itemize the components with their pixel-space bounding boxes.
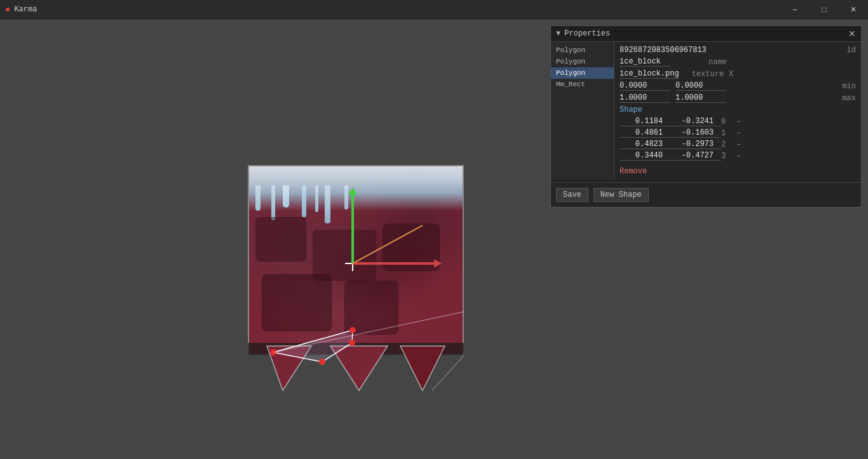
max-x-value[interactable]: 1.0000 bbox=[620, 93, 670, 103]
shape-idx-1: 1 bbox=[721, 129, 734, 138]
shape-row-2: 0.4823 -0.2973 2 – bbox=[620, 140, 856, 149]
id-label: id bbox=[847, 46, 856, 55]
panel-footer: Save New Shape bbox=[551, 182, 861, 207]
texture-row: ice_block.png texture X bbox=[620, 69, 856, 79]
max-y-value[interactable]: 1.0000 bbox=[675, 93, 726, 103]
rock5 bbox=[344, 281, 398, 335]
panel-collapse-icon[interactable]: ▼ bbox=[556, 29, 560, 38]
name-value[interactable]: ice_block bbox=[620, 57, 670, 67]
shape-remove-1[interactable]: – bbox=[736, 129, 741, 138]
shape-y-1[interactable]: -0.1603 bbox=[670, 128, 721, 138]
name-label: name bbox=[709, 58, 727, 67]
prop-content: 8926872083506967813 id ice_block name ic… bbox=[614, 42, 861, 180]
app-icon: ● bbox=[5, 4, 10, 15]
app-title: Karma bbox=[14, 5, 37, 14]
min-x-value[interactable]: 0.0000 bbox=[620, 81, 670, 91]
shape-y-0[interactable]: -0.3241 bbox=[670, 117, 721, 126]
panel-header-left: ▼ Properties bbox=[556, 29, 610, 38]
id-row: 8926872083506967813 id bbox=[620, 46, 856, 55]
object-item-0[interactable]: Polygon bbox=[551, 44, 614, 56]
sprite-bottom bbox=[248, 343, 464, 394]
remove-row: Remove bbox=[620, 164, 856, 176]
gizmo-red-tip bbox=[434, 259, 442, 268]
sprite-container[interactable] bbox=[248, 165, 467, 390]
object-list: Polygon Polygon Polygon Mm_Rect bbox=[551, 42, 614, 180]
remove-link[interactable]: Remove bbox=[620, 167, 647, 176]
shape-section-label: Shape bbox=[620, 105, 856, 114]
shape-y-2[interactable]: -0.2973 bbox=[670, 140, 721, 149]
object-item-3[interactable]: Mm_Rect bbox=[551, 79, 614, 90]
name-row: ice_block name bbox=[620, 57, 856, 67]
object-item-1[interactable]: Polygon bbox=[551, 56, 614, 67]
minimize-button[interactable]: – bbox=[780, 0, 810, 19]
titlebar: ● Karma – □ ✕ bbox=[0, 0, 868, 19]
rock4 bbox=[262, 274, 332, 331]
panel-body: Polygon Polygon Polygon Mm_Rect 89268720… bbox=[551, 42, 861, 180]
min-row: 0.0000 0.0000 min bbox=[620, 81, 856, 91]
window-controls: – □ ✕ bbox=[780, 0, 868, 19]
shape-x-0[interactable]: 0.1184 bbox=[620, 117, 670, 126]
panel-close-button[interactable]: ✕ bbox=[848, 29, 856, 39]
gizmo-red-shaft bbox=[353, 262, 435, 265]
main-area: ▼ Properties ✕ Polygon Polygon Polygon M… bbox=[0, 19, 868, 459]
shape-x-3[interactable]: 0.3440 bbox=[620, 151, 670, 161]
texture-clear-button[interactable]: X bbox=[729, 70, 733, 79]
texture-label: texture bbox=[692, 70, 724, 79]
panel-header: ▼ Properties ✕ bbox=[551, 26, 861, 42]
svg-marker-2 bbox=[330, 346, 388, 390]
rock2 bbox=[313, 230, 376, 281]
shape-x-2[interactable]: 0.4823 bbox=[620, 140, 670, 149]
shape-idx-3: 3 bbox=[721, 152, 734, 161]
rock1 bbox=[255, 217, 306, 262]
svg-marker-1 bbox=[267, 346, 311, 390]
min-label: min bbox=[842, 82, 856, 91]
shape-y-3[interactable]: -0.4727 bbox=[670, 151, 721, 161]
shape-idx-2: 2 bbox=[721, 140, 734, 149]
shape-idx-0: 0 bbox=[721, 117, 734, 126]
panel-title: Properties bbox=[564, 29, 610, 38]
shape-row-3: 0.3440 -0.4727 3 – bbox=[620, 151, 856, 161]
gizmo-green-shaft bbox=[351, 194, 354, 263]
bottom-svg bbox=[248, 343, 464, 394]
shape-remove-0[interactable]: – bbox=[736, 117, 741, 126]
min-y-value[interactable]: 0.0000 bbox=[675, 81, 726, 91]
gizmo-green-tip bbox=[348, 187, 357, 195]
shape-row-0: 0.1184 -0.3241 0 – bbox=[620, 117, 856, 126]
shape-x-1[interactable]: 0.4861 bbox=[620, 128, 670, 138]
properties-panel: ▼ Properties ✕ Polygon Polygon Polygon M… bbox=[550, 25, 862, 208]
id-value: 8926872083506967813 bbox=[620, 46, 734, 55]
shape-remove-2[interactable]: – bbox=[736, 140, 741, 149]
maximize-button[interactable]: □ bbox=[810, 0, 839, 19]
new-shape-button[interactable]: New Shape bbox=[593, 188, 649, 202]
save-button[interactable]: Save bbox=[556, 188, 588, 202]
close-button[interactable]: ✕ bbox=[839, 0, 868, 19]
shape-row-1: 0.4861 -0.1603 1 – bbox=[620, 128, 856, 138]
shape-remove-3[interactable]: – bbox=[736, 152, 741, 161]
object-item-2[interactable]: Polygon bbox=[551, 67, 614, 79]
texture-value[interactable]: ice_block.png bbox=[620, 69, 679, 79]
svg-marker-3 bbox=[400, 346, 445, 390]
max-row: 1.0000 1.0000 max bbox=[620, 93, 856, 103]
max-label: max bbox=[842, 94, 856, 103]
